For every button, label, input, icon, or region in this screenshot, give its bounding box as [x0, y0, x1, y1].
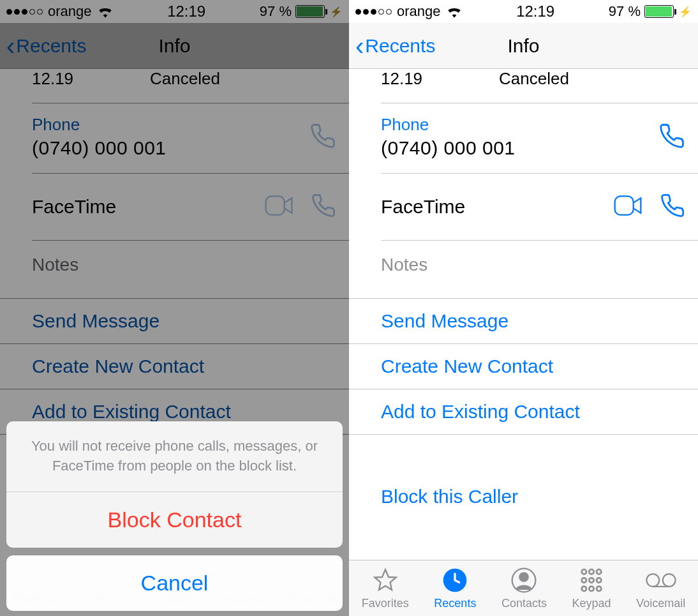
phone-icon[interactable]: [660, 193, 685, 221]
sheet-message: You will not receive phone calls, messag…: [6, 421, 343, 492]
cancel-button[interactable]: Cancel: [6, 555, 343, 611]
svg-point-9: [582, 578, 586, 582]
battery-icon: [644, 5, 674, 18]
svg-point-8: [597, 569, 601, 574]
call-time: 12.19: [381, 69, 422, 89]
svg-point-6: [582, 569, 586, 574]
send-message-button[interactable]: Send Message: [349, 298, 698, 344]
voicemail-icon: [646, 566, 676, 594]
add-existing-contact-button[interactable]: Add to Existing Contact: [349, 389, 698, 435]
tab-favorites[interactable]: Favorites: [362, 566, 409, 610]
svg-point-16: [662, 574, 675, 587]
svg-point-11: [597, 578, 601, 582]
phone-value: (0740) 000 001: [381, 137, 516, 159]
action-sheet: You will not receive phone calls, messag…: [6, 421, 343, 611]
phone-screen-info: orange 12:19 97 % ⚡ ‹ Recents Info 12.19: [349, 0, 698, 616]
back-label: Recents: [365, 35, 435, 57]
tab-voicemail[interactable]: Voicemail: [636, 566, 685, 610]
recent-call-row: 12.19 Canceled: [349, 69, 698, 103]
svg-point-14: [597, 587, 601, 591]
svg-point-13: [589, 587, 593, 591]
back-button[interactable]: ‹ Recents: [355, 33, 435, 59]
notes-label[interactable]: Notes: [349, 241, 698, 298]
facetime-label: FaceTime: [381, 196, 465, 218]
battery-percent: 97 %: [609, 3, 641, 20]
tab-label: Keypad: [572, 597, 611, 610]
nav-bar: ‹ Recents Info: [349, 23, 698, 69]
phone-field[interactable]: Phone (0740) 000 001: [349, 103, 698, 173]
nav-title: Info: [507, 35, 539, 57]
carrier-label: orange: [397, 3, 441, 20]
svg-point-7: [589, 569, 593, 574]
status-bar: orange 12:19 97 % ⚡: [349, 0, 698, 23]
charging-icon: ⚡: [679, 6, 692, 18]
tab-label: Favorites: [362, 597, 409, 610]
tab-label: Contacts: [501, 597, 547, 610]
tab-bar: Favorites Recents Contacts: [349, 560, 698, 616]
clock-icon: [442, 566, 468, 594]
svg-rect-1: [615, 196, 634, 214]
create-contact-button[interactable]: Create New Contact: [349, 344, 698, 389]
star-icon: [373, 566, 398, 594]
call-status: Canceled: [499, 69, 569, 89]
svg-point-12: [582, 587, 586, 591]
keypad-icon: [579, 566, 604, 594]
tab-contacts[interactable]: Contacts: [501, 566, 547, 610]
video-icon[interactable]: [614, 195, 642, 218]
tab-label: Recents: [434, 597, 476, 610]
svg-marker-2: [375, 569, 396, 590]
svg-point-15: [646, 574, 659, 587]
tab-label: Voicemail: [636, 597, 685, 610]
phone-label: Phone: [381, 115, 516, 135]
wifi-icon: [446, 5, 463, 18]
tab-keypad[interactable]: Keypad: [572, 566, 611, 610]
svg-point-5: [520, 573, 528, 581]
phone-screen-block-confirm: orange 12:19 97 % ⚡ ‹ Recents Info 12.19: [0, 0, 349, 616]
tab-recents[interactable]: Recents: [434, 566, 476, 610]
chevron-left-icon: ‹: [355, 33, 364, 59]
block-caller-button[interactable]: Block this Caller: [349, 473, 698, 520]
svg-point-10: [589, 578, 593, 582]
block-contact-button[interactable]: Block Contact: [6, 492, 343, 548]
phone-icon[interactable]: [658, 123, 685, 152]
signal-dots-icon: [355, 9, 392, 15]
facetime-row: FaceTime: [349, 174, 698, 240]
person-icon: [511, 566, 537, 594]
status-time: 12:19: [516, 3, 554, 20]
